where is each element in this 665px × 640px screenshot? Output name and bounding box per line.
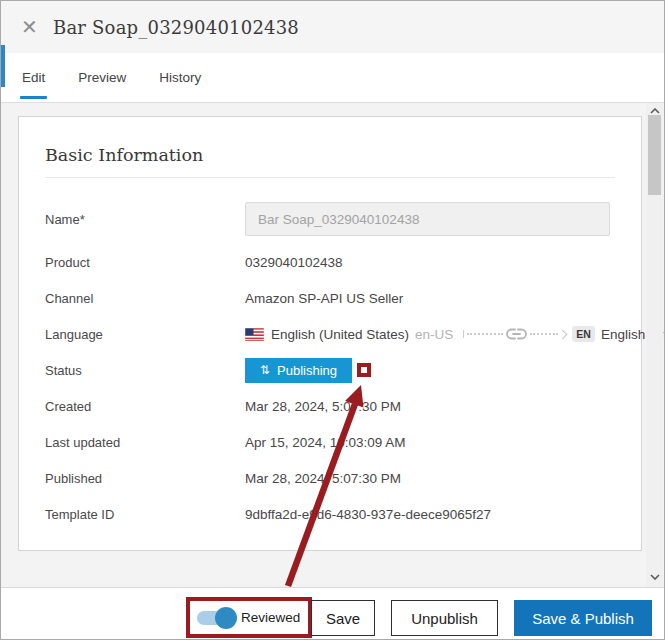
- language-label: Language: [45, 327, 245, 342]
- source-language-name: English (United States): [271, 327, 409, 342]
- created-value: Mar 28, 2024, 5:07:30 PM: [245, 399, 401, 414]
- status-badge-text: Publishing: [277, 363, 337, 378]
- annotation-box-status: [357, 363, 371, 377]
- target-language-badge: EN: [572, 326, 595, 342]
- connector-dash-right: [530, 333, 558, 335]
- product-label: Product: [45, 255, 245, 270]
- tab-edit[interactable]: Edit: [22, 53, 45, 102]
- connector-tick: [463, 330, 464, 338]
- footer-action-bar: Reviewed Save Unpublish Save & Publish: [1, 587, 664, 639]
- dialog-titlebar: ✕ Bar Soap_0329040102438: [1, 1, 664, 53]
- publish-transfer-icon: ⇅: [260, 364, 270, 376]
- source-language-code: en-US: [415, 327, 453, 342]
- channel-label: Channel: [45, 291, 245, 306]
- tab-preview[interactable]: Preview: [78, 53, 126, 102]
- vertical-scrollbar[interactable]: [646, 103, 663, 587]
- field-row-template-id: Template ID 9dbffa2d-e9d6-4830-937e-deec…: [45, 496, 615, 532]
- scrollbar-thumb[interactable]: [648, 115, 661, 195]
- tab-bar: Edit Preview History: [1, 53, 664, 103]
- language-value: English (United States) en-US: [245, 326, 615, 342]
- toggle-knob: [215, 607, 237, 629]
- field-row-name: Name*: [45, 202, 615, 236]
- created-label: Created: [45, 399, 245, 414]
- last-updated-value: Apr 15, 2024, 10:03:09 AM: [245, 435, 406, 450]
- section-heading: Basic Information: [45, 117, 615, 165]
- connector-dash-left: [467, 333, 503, 335]
- scroll-down-icon[interactable]: [646, 569, 663, 585]
- target-language-name: English: [601, 327, 645, 342]
- field-row-product: Product 0329040102438: [45, 244, 615, 280]
- reviewed-toggle-label: Reviewed: [241, 610, 300, 625]
- template-id-label: Template ID: [45, 507, 245, 522]
- reviewed-toggle[interactable]: [197, 610, 235, 626]
- save-button[interactable]: Save: [311, 600, 375, 636]
- published-label: Published: [45, 471, 245, 486]
- unpublish-button[interactable]: Unpublish: [391, 600, 498, 636]
- status-label: Status: [45, 363, 245, 378]
- basic-information-panel: Basic Information Name* Product 03290401…: [18, 116, 642, 551]
- save-and-publish-button[interactable]: Save & Publish: [514, 600, 652, 636]
- channel-value: Amazon SP-API US Seller: [245, 291, 403, 306]
- field-row-language: Language English (United States) en-US: [45, 316, 615, 352]
- tab-history[interactable]: History: [159, 53, 201, 102]
- content-scroll-area: Basic Information Name* Product 03290401…: [1, 103, 664, 587]
- section-divider: [45, 177, 615, 178]
- last-updated-label: Last updated: [45, 435, 245, 450]
- language-link-connector: [463, 328, 566, 340]
- chevron-right-icon: [558, 329, 568, 339]
- name-input[interactable]: [245, 202, 610, 236]
- field-row-channel: Channel Amazon SP-API US Seller: [45, 280, 615, 316]
- field-row-status: Status ⇅ Publishing: [45, 352, 615, 388]
- dialog-title: Bar Soap_0329040102438: [53, 17, 299, 38]
- product-value: 0329040102438: [245, 255, 343, 270]
- link-icon: [506, 328, 527, 340]
- field-row-last-updated: Last updated Apr 15, 2024, 10:03:09 AM: [45, 424, 615, 460]
- field-row-published: Published Mar 28, 2024, 5:07:30 PM: [45, 460, 615, 496]
- template-id-value: 9dbffa2d-e9d6-4830-937e-deece9065f27: [245, 507, 491, 522]
- left-accent-strip: [1, 45, 5, 87]
- close-icon[interactable]: ✕: [21, 17, 47, 37]
- published-value: Mar 28, 2024, 5:07:30 PM: [245, 471, 401, 486]
- name-label: Name*: [45, 212, 245, 227]
- annotation-box-reviewed: Reviewed: [186, 597, 312, 638]
- us-flag-icon: [245, 328, 264, 341]
- field-row-created: Created Mar 28, 2024, 5:07:30 PM: [45, 388, 615, 424]
- status-badge[interactable]: ⇅ Publishing: [245, 358, 352, 383]
